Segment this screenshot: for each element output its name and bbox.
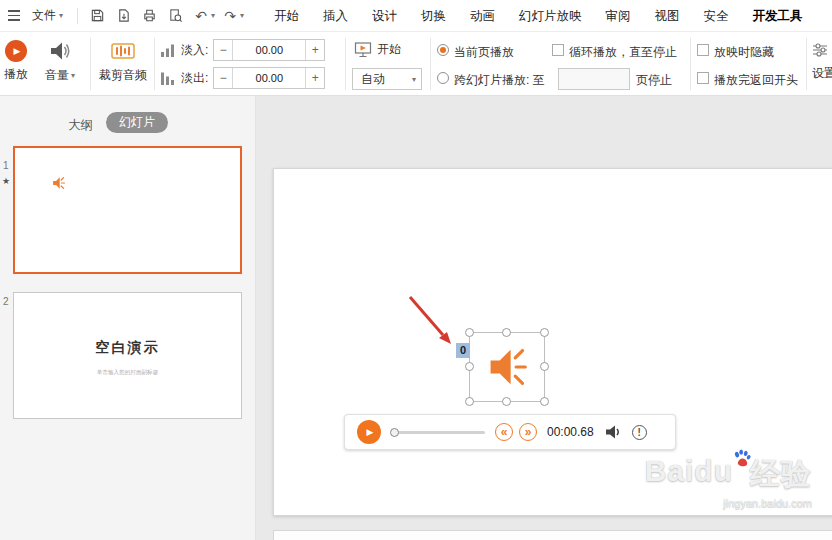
fade-in-icon: [160, 42, 176, 58]
radio-play-across-slides[interactable]: [437, 72, 449, 84]
tab-design[interactable]: 设计: [360, 0, 409, 32]
trim-audio-icon: [110, 39, 136, 63]
audio-icon: [51, 176, 66, 190]
file-menu[interactable]: 文件 ▾: [24, 0, 71, 32]
fade-out-label: 淡出:: [181, 70, 208, 87]
play-audio-label: 播放: [4, 66, 28, 83]
start-mode-group: 开始: [354, 41, 401, 58]
slide-1-number: 1: [3, 160, 9, 171]
checkbox-hide-during-show[interactable]: [697, 44, 709, 56]
star-icon: ★: [2, 176, 10, 186]
watermark-brand-cn: 经验: [750, 454, 812, 495]
print-preview-icon: [168, 8, 183, 23]
increase-button[interactable]: +: [305, 68, 324, 88]
trim-audio-button[interactable]: 裁剪音频: [97, 39, 149, 84]
watermark-brand-en: Baidu: [645, 454, 733, 488]
fade-in-label: 淡入:: [181, 42, 208, 59]
divider: [806, 38, 807, 90]
selection-handle[interactable]: [540, 328, 549, 337]
play-audio-button[interactable]: ▶ 播放: [1, 40, 31, 83]
file-menu-label: 文件: [32, 7, 56, 24]
selection-handle[interactable]: [465, 397, 474, 406]
info-icon[interactable]: !: [632, 425, 647, 440]
trim-audio-label: 裁剪音频: [99, 67, 147, 84]
settings-label: 设置: [812, 65, 832, 82]
tab-review[interactable]: 审阅: [594, 0, 643, 32]
audio-order-badge: 0: [456, 343, 470, 358]
radio-play-current-page[interactable]: [437, 44, 449, 56]
tab-insert[interactable]: 插入: [311, 0, 360, 32]
chevron-down-icon: ▾: [71, 71, 75, 80]
start-mode-value: 自动: [361, 71, 412, 88]
start-label: 开始: [377, 41, 401, 58]
print-button[interactable]: [136, 3, 162, 29]
ribbon-audio-tools: ▶ 播放 音量▾ 裁剪音频 淡入: − 00.00 + 淡出: − 00.00 …: [0, 32, 832, 96]
decrease-button[interactable]: −: [214, 40, 233, 60]
tab-outline[interactable]: 大纲: [68, 117, 93, 134]
tab-slides[interactable]: 幻灯片: [106, 112, 168, 133]
fade-out-stepper: − 00.00 +: [213, 67, 325, 89]
fade-in-value[interactable]: 00.00: [233, 40, 305, 60]
audio-object-selection[interactable]: [469, 332, 545, 402]
export-pdf-button[interactable]: [110, 3, 136, 29]
chevron-down-icon: ▾: [59, 11, 63, 20]
selection-handle[interactable]: [502, 397, 511, 406]
slide-2-number: 2: [3, 296, 9, 307]
volume-icon: [604, 424, 622, 440]
selection-handle[interactable]: [502, 328, 511, 337]
tab-slideshow[interactable]: 幻灯片放映: [507, 0, 594, 32]
start-playback-icon: [354, 41, 372, 58]
fade-in-stepper: − 00.00 +: [213, 39, 325, 61]
radio-play-current-label[interactable]: 当前页播放: [454, 44, 514, 61]
start-mode-select[interactable]: 自动 ▾: [352, 68, 422, 90]
skip-back-button[interactable]: «: [495, 423, 513, 441]
across-slides-page-input[interactable]: [558, 68, 630, 90]
save-button[interactable]: [84, 3, 110, 29]
player-play-button[interactable]: ▶: [357, 420, 381, 444]
selection-handle[interactable]: [465, 328, 474, 337]
tab-devtools[interactable]: 开发工具: [741, 0, 815, 32]
skip-forward-button[interactable]: »: [519, 423, 537, 441]
selection-handle[interactable]: [540, 362, 549, 371]
slide-thumbnail-2[interactable]: 空白演示 单击输入您的封面副标题: [13, 292, 242, 419]
editor-canvas: 0 ▶ « » 00:00.68 ! Baidu 经验: [256, 96, 832, 540]
playback-time: 00:00.68: [547, 425, 594, 439]
menu-bar: 文件 ▾ ↶ ▾ ↷ ▾ 开始 插入 设计 切换 动画 幻灯片放映 审阅 视图 …: [0, 0, 832, 32]
selection-handle[interactable]: [540, 397, 549, 406]
settings-button[interactable]: 设置: [812, 42, 832, 82]
tab-transition[interactable]: 切换: [409, 0, 458, 32]
red-arrow-annotation: [406, 294, 456, 350]
radio-play-across-label[interactable]: 跨幻灯片播放: 至: [454, 72, 545, 89]
decrease-button[interactable]: −: [214, 68, 233, 88]
volume-button[interactable]: [604, 424, 622, 440]
checkbox-rewind-label[interactable]: 播放完返回开头: [714, 72, 798, 89]
watermark-brand: Baidu 经验: [645, 454, 812, 495]
volume-button[interactable]: 音量▾: [34, 39, 86, 84]
increase-button[interactable]: +: [305, 40, 324, 60]
volume-label: 音量: [45, 67, 69, 84]
page-stop-label: 页停止: [636, 72, 672, 89]
selection-handle[interactable]: [465, 362, 474, 371]
undo-options-chevron-icon[interactable]: ▾: [211, 11, 215, 20]
checkbox-rewind-after-play[interactable]: [697, 72, 709, 84]
slide-2-subtitle: 单击输入您的封面副标题: [37, 368, 219, 376]
tab-home[interactable]: 开始: [262, 0, 311, 32]
checkbox-loop-until-stop[interactable]: [552, 44, 564, 56]
seek-handle[interactable]: [390, 428, 399, 437]
checkbox-hide-label[interactable]: 放映时隐藏: [714, 44, 774, 61]
divider: [90, 38, 91, 90]
chevron-down-icon: ▾: [412, 75, 416, 84]
checkbox-loop-label[interactable]: 循环播放，直至停止: [569, 44, 677, 61]
seek-bar[interactable]: [391, 431, 485, 434]
fade-out-value[interactable]: 00.00: [233, 68, 305, 88]
tab-security[interactable]: 安全: [692, 0, 741, 32]
slide-thumbnail-1[interactable]: [13, 146, 242, 274]
fade-out-icon: [160, 70, 176, 86]
tab-view[interactable]: 视图: [643, 0, 692, 32]
app-menu-icon[interactable]: [0, 0, 24, 32]
quick-access-chevron-icon[interactable]: ▾: [240, 11, 244, 20]
tab-animation[interactable]: 动画: [458, 0, 507, 32]
print-preview-button[interactable]: [162, 3, 188, 29]
divider: [77, 8, 78, 24]
print-icon: [142, 8, 157, 23]
